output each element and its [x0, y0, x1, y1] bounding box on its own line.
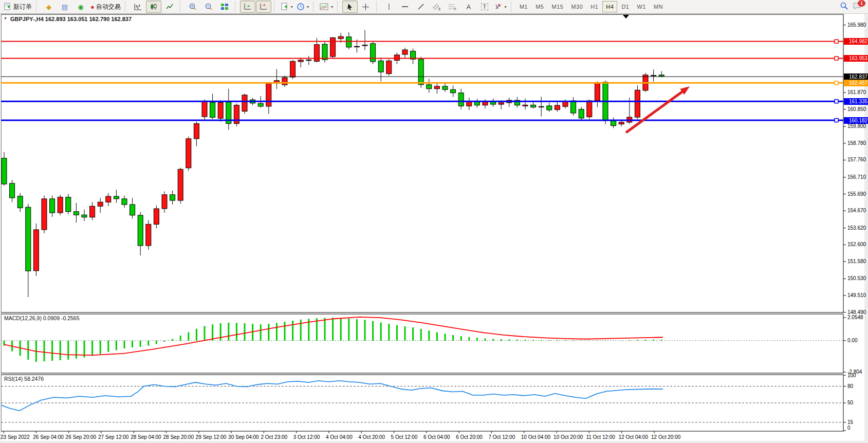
candle-body — [563, 101, 568, 106]
autotrade-button[interactable]: ● 自动交易 — [89, 1, 122, 13]
candle-body — [371, 44, 376, 62]
candle-body — [402, 50, 408, 54]
tab-m5[interactable]: M5 — [532, 1, 547, 12]
candle-body — [362, 45, 367, 46]
search-button[interactable] — [840, 2, 848, 12]
toolbar-separator — [274, 2, 276, 12]
candle-body — [122, 199, 127, 205]
add-indicator-button[interactable]: ▾ — [279, 1, 294, 13]
zoom-in-icon — [189, 3, 197, 11]
line-handle[interactable] — [835, 57, 838, 60]
candlestick-chart-button[interactable] — [146, 1, 161, 13]
candle-body — [322, 44, 327, 60]
signals-button[interactable]: ◉ — [73, 1, 88, 13]
candle-body — [458, 93, 464, 106]
zoom-out-icon — [205, 3, 213, 11]
candle-body — [386, 61, 392, 73]
candle-body — [17, 196, 23, 208]
tab-m30[interactable]: M30 — [567, 1, 586, 12]
template-button[interactable]: ▾ — [318, 1, 335, 13]
zoom-out-button[interactable] — [201, 1, 216, 13]
candle-body — [427, 85, 432, 89]
svg-text:F: F — [454, 7, 456, 11]
candle-body — [619, 122, 624, 124]
fibonacci-button[interactable]: F — [445, 1, 460, 13]
arrows-button[interactable]: ▾ — [493, 1, 508, 13]
market-watch-icon: ◆ — [46, 4, 51, 10]
crosshair-button[interactable] — [358, 1, 374, 13]
chart-shift-button[interactable] — [256, 1, 271, 13]
template-icon — [320, 3, 329, 10]
tab-w1[interactable]: W1 — [633, 1, 650, 12]
auto-scroll-button[interactable] — [240, 1, 255, 13]
line-chart-icon — [165, 3, 174, 10]
market-watch-button[interactable]: ◆ — [41, 1, 57, 13]
line-handle[interactable] — [835, 119, 838, 122]
candle-body — [539, 106, 544, 107]
candle-body — [98, 202, 103, 206]
candle-body — [242, 95, 247, 112]
line-handle[interactable] — [835, 40, 838, 43]
signal-icon: ◉ — [78, 4, 83, 10]
text-button[interactable]: A — [461, 1, 476, 13]
period-button[interactable]: ▾ — [295, 1, 310, 13]
toolbar-separator — [376, 2, 379, 12]
zoom-in-button[interactable] — [185, 1, 200, 13]
search-icon — [840, 2, 848, 10]
candle-body — [258, 103, 263, 106]
candle-body — [210, 102, 215, 117]
line-chart-button[interactable] — [162, 1, 177, 13]
candle-body — [202, 101, 207, 117]
horizontal-line-button[interactable] — [397, 1, 413, 13]
tab-m15[interactable]: M15 — [548, 1, 567, 12]
candle-body — [651, 75, 656, 76]
tab-mn[interactable]: MN — [650, 1, 667, 12]
candle-body — [491, 102, 496, 104]
toolbar-separator — [125, 2, 127, 12]
candle-body — [659, 75, 664, 76]
auto-scroll-icon — [244, 3, 252, 10]
notifications-button[interactable]: 1 — [853, 2, 862, 12]
candle-body — [186, 139, 191, 168]
toolbar-separator — [180, 2, 182, 12]
bar-chart-button[interactable] — [130, 1, 145, 13]
candle-body — [330, 38, 336, 57]
line-handle[interactable] — [835, 100, 838, 103]
notification-badge: 1 — [858, 0, 865, 7]
trendline-button[interactable] — [413, 1, 429, 13]
candle-body — [394, 55, 399, 61]
svg-text:E: E — [438, 7, 441, 11]
line-handle[interactable] — [835, 81, 838, 85]
candle-body — [555, 105, 560, 109]
candle-body — [354, 46, 359, 47]
candle-body — [483, 102, 488, 105]
text-icon: A — [467, 3, 471, 11]
tab-d1[interactable]: D1 — [618, 1, 633, 12]
candle-body — [162, 195, 167, 209]
tab-h1[interactable]: H1 — [587, 1, 602, 12]
equidistant-channel-button[interactable]: E — [429, 1, 445, 13]
candle-body — [418, 59, 423, 85]
tile-windows-button[interactable] — [217, 1, 232, 13]
candle-body — [579, 109, 584, 118]
toolbar-separator — [511, 2, 513, 12]
vertical-line-button[interactable] — [381, 1, 397, 13]
tab-h4[interactable]: H4 — [602, 1, 617, 12]
crosshair-icon — [362, 3, 370, 11]
candle-body — [523, 105, 528, 106]
toolbar: 新订单 ◆ ▤ ◉ ● 自动交易 ▾ ▾ ▾ E F A T ▾ M1 M5 M… — [0, 0, 868, 14]
chart-canvas[interactable] — [0, 0, 868, 443]
text-label-button[interactable]: T — [477, 1, 492, 13]
candle-body — [66, 197, 71, 212]
data-window-button[interactable]: ▤ — [57, 1, 72, 13]
cursor-button[interactable] — [342, 1, 358, 13]
candle-body — [33, 230, 39, 271]
candle-body — [154, 209, 159, 224]
new-order-button[interactable]: 新订单 — [2, 1, 33, 13]
arrows-icon — [494, 3, 502, 10]
chevron-down-icon: ▾ — [307, 5, 309, 9]
window-edge — [0, 13, 1, 443]
chart-shift-icon — [260, 3, 268, 10]
tab-m1[interactable]: M1 — [516, 1, 531, 12]
candle-body — [170, 195, 175, 200]
